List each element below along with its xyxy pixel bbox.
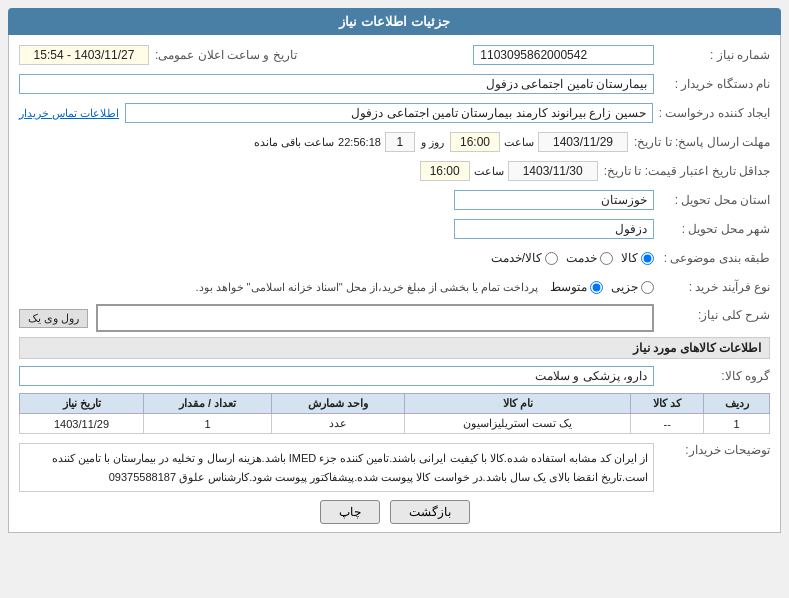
tabaghe-kala[interactable]: کالا xyxy=(621,251,654,265)
cell-tedad: 1 xyxy=(144,414,272,434)
cell-nam_kala: یک تست استریلیزاسیون xyxy=(405,414,631,434)
mohlet-saat-value: 16:00 xyxy=(450,132,500,152)
nov-farayand-note: پرداخت تمام یا بخشی از مبلغ خرید،از محل … xyxy=(195,281,538,294)
buttons-row: بازگشت چاپ xyxy=(19,500,770,524)
tabaghe-kala-label: کالا xyxy=(621,251,638,265)
shrh-niaz-box xyxy=(96,304,654,332)
shrh-placeholder: رول وی یک xyxy=(19,309,88,328)
mohlet-roz-value: 1 xyxy=(385,132,415,152)
nov-jozi[interactable]: جزیی xyxy=(611,280,654,294)
bazgasht-button[interactable]: بازگشت xyxy=(390,500,470,524)
col-vahed: واحد شمارش xyxy=(272,394,405,414)
mohlet-roz-label: روز و xyxy=(421,136,444,149)
cell-vahed: عدد xyxy=(272,414,405,434)
nov-farayand-options: جزیی متوسط پرداخت تمام یا بخشی از مبلغ خ… xyxy=(19,280,654,294)
mohlet-saat2-value: 22:56:18 xyxy=(338,136,381,148)
ostan-value: خوزستان xyxy=(454,190,654,210)
jadval-row: جداقل تاریخ اعتبار قیمت: تا تاریخ: 1403/… xyxy=(19,159,770,183)
col-tedad: تعداد / مقدار xyxy=(144,394,272,414)
shmare-niaz-value: 1103095862000542 xyxy=(473,45,654,65)
page-title: جزئیات اطلاعات نیاز xyxy=(339,14,449,29)
table-row: 1--یک تست استریلیزاسیونعدد11403/11/29 xyxy=(20,414,770,434)
jadval-date: 1403/11/30 xyxy=(508,161,598,181)
tarikh-ersal-label: تاریخ و ساعت اعلان عمومی: xyxy=(155,48,297,62)
tabaghe-kala-khadamat-label: کالا/خدمت xyxy=(491,251,542,265)
mohlet-row: مهلت ارسال پاسخ: تا تاریخ: 1403/11/29 سا… xyxy=(19,130,770,154)
akalaha-section-title: اطلاعات کالاهای مورد نیاز xyxy=(19,337,770,359)
cell-tarikh: 1403/11/29 xyxy=(20,414,144,434)
shahr-label: شهر محل تحویل : xyxy=(660,222,770,236)
grohe-kala-row: گروه کالا: دارو، پزشکی و سلامت xyxy=(19,364,770,388)
jadval-saat-value: 16:00 xyxy=(420,161,470,181)
mohlet-saat-label: ساعت xyxy=(504,136,534,149)
chap-button[interactable]: چاپ xyxy=(320,500,380,524)
mohlet-label: مهلت ارسال پاسخ: تا تاریخ: xyxy=(634,135,770,149)
buyer-comments-value: از ایران کد مشابه استفاده شده.کالا با کی… xyxy=(19,443,654,492)
dastgah-row: نام دستگاه خریدار : بیمارستان تامین اجتم… xyxy=(19,72,770,96)
ijad-link[interactable]: اطلاعات تماس خریدار xyxy=(19,107,119,120)
shahr-row: شهر محل تحویل : دزفول xyxy=(19,217,770,241)
shahr-value: دزفول xyxy=(454,219,654,239)
tabaghe-options: کالا خدمت کالا/خدمت xyxy=(19,251,654,265)
dastgah-value: بیمارستان تامین اجتماعی دزفول xyxy=(19,74,654,94)
col-kod: کد کالا xyxy=(630,394,703,414)
nov-farayand-row: نوع فرآیند خرید : جزیی متوسط پرداخت تمام… xyxy=(19,275,770,299)
ostan-row: استان محل تحویل : خوزستان xyxy=(19,188,770,212)
content-box: شماره نیاز : 1103095862000542 تاریخ و سا… xyxy=(8,35,781,533)
ostan-label: استان محل تحویل : xyxy=(660,193,770,207)
nov-farayand-label: نوع فرآیند خرید : xyxy=(660,280,770,294)
col-nam: نام کالا xyxy=(405,394,631,414)
tabaghe-kala-khadamat[interactable]: کالا/خدمت xyxy=(491,251,558,265)
ijad-row: ایجاد کننده درخواست : حسین زارع بیرانوند… xyxy=(19,101,770,125)
nov-jozi-label: جزیی xyxy=(611,280,638,294)
tabaghe-khadamat[interactable]: خدمت xyxy=(566,251,613,265)
buyer-comments-row: توضیحات خریدار: از ایران کد مشابه استفاد… xyxy=(19,440,770,492)
shmare-niaz-label: شماره نیاز : xyxy=(660,48,770,62)
page-header: جزئیات اطلاعات نیاز xyxy=(8,8,781,35)
nov-motevaset-label: متوسط xyxy=(550,280,587,294)
grohe-kala-value: دارو، پزشکی و سلامت xyxy=(19,366,654,386)
kala-table: ردیف کد کالا نام کالا واحد شمارش تعداد /… xyxy=(19,393,770,434)
mohlet-date: 1403/11/29 xyxy=(538,132,628,152)
shrh-niaz-row: شرح کلی نیاز: رول وی یک xyxy=(19,304,770,332)
main-container: جزئیات اطلاعات نیاز شماره نیاز : 1103095… xyxy=(0,0,789,598)
dastgah-label: نام دستگاه خریدار : xyxy=(660,77,770,91)
col-tarikh: تاریخ نیاز xyxy=(20,394,144,414)
grohe-kala-label: گروه کالا: xyxy=(660,369,770,383)
jadval-label: جداقل تاریخ اعتبار قیمت: تا تاریخ: xyxy=(604,164,770,178)
cell-radif: 1 xyxy=(704,414,770,434)
ijad-label: ایجاد کننده درخواست : xyxy=(659,106,770,120)
tabaghe-row: طبقه بندی موضوعی : کالا خدمت کالا/خدمت xyxy=(19,246,770,270)
mohlet-saat2-label: ساعت باقی مانده xyxy=(254,136,334,149)
col-radif: ردیف xyxy=(704,394,770,414)
nov-motevaset[interactable]: متوسط xyxy=(550,280,603,294)
jadval-saat-label: ساعت xyxy=(474,165,504,178)
tabaghe-label: طبقه بندی موضوعی : xyxy=(660,251,770,265)
tabaghe-khadamat-label: خدمت xyxy=(566,251,597,265)
tarikh-ersal-value: 1403/11/27 - 15:54 xyxy=(19,45,149,65)
kala-table-container: ردیف کد کالا نام کالا واحد شمارش تعداد /… xyxy=(19,393,770,434)
ijad-value: حسین زارع بیرانوند کارمند بیمارستان تامی… xyxy=(125,103,653,123)
buyer-comments-label: توضیحات خریدار: xyxy=(660,440,770,457)
cell-kod_kala: -- xyxy=(630,414,703,434)
shrh-niaz-label: شرح کلی نیاز: xyxy=(660,304,770,322)
shmare-niaz-row: شماره نیاز : 1103095862000542 تاریخ و سا… xyxy=(19,43,770,67)
